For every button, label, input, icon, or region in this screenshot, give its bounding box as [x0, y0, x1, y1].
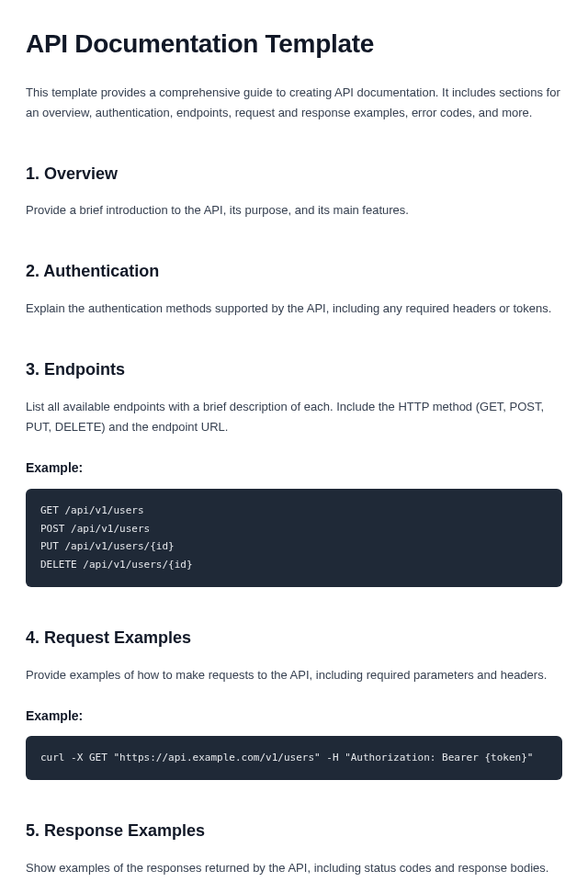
section-auth-heading: 2. Authentication	[26, 257, 562, 286]
section-overview-heading: 1. Overview	[26, 160, 562, 188]
section-request-body: Provide examples of how to make requests…	[26, 665, 562, 685]
section-endpoints-body: List all available endpoints with a brie…	[26, 397, 562, 437]
request-example-label: Example:	[26, 706, 562, 728]
section-response-body: Show examples of the responses returned …	[26, 858, 562, 878]
endpoints-example-label: Example:	[26, 458, 562, 480]
section-endpoints-heading: 3. Endpoints	[26, 356, 562, 384]
section-overview-body: Provide a brief introduction to the API,…	[26, 200, 562, 220]
endpoints-code-block: GET /api/v1/users POST /api/v1/users PUT…	[26, 489, 562, 587]
section-auth-body: Explain the authentication methods suppo…	[26, 299, 562, 319]
intro-paragraph: This template provides a comprehensive g…	[26, 83, 562, 123]
section-request-heading: 4. Request Examples	[26, 624, 562, 652]
page-title: API Documentation Template	[26, 22, 562, 66]
request-code-block: curl -X GET "https://api.example.com/v1/…	[26, 736, 562, 780]
section-response-heading: 5. Response Examples	[26, 817, 562, 845]
